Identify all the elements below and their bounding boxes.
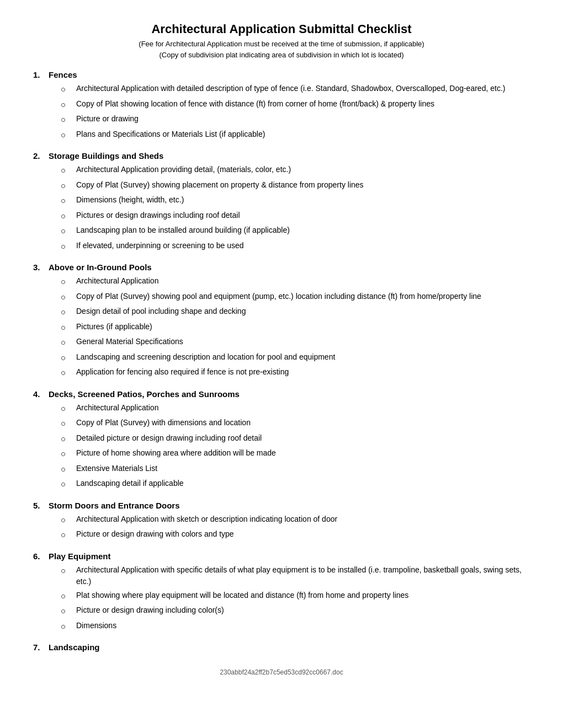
- section-3: 3.Above or In-Ground Pools○Architectural…: [33, 263, 530, 379]
- list-item-text: General Material Specifications: [76, 336, 530, 347]
- list-item: ○Application for fencing also required i…: [61, 366, 530, 379]
- list-item: ○Architectural Application with sketch o…: [61, 513, 530, 527]
- list-item-text: Picture of home showing area where addit…: [76, 447, 530, 459]
- list-item-text: Copy of Plat (Survey) with dimensions an…: [76, 417, 530, 429]
- list-item: ○Dimensions (height, width, etc.): [61, 194, 530, 207]
- section-5-header: 5.Storm Doors and Entrance Doors: [33, 501, 530, 510]
- section-6: 6.Play Equipment○Architectural Applicati…: [33, 552, 530, 633]
- bullet-icon: ○: [61, 448, 73, 461]
- section-4-header: 4.Decks, Screened Patios, Porches and Su…: [33, 389, 530, 399]
- section-3-title: Above or In-Ground Pools: [49, 263, 152, 272]
- list-item: ○Design detail of pool including shape a…: [61, 306, 530, 319]
- section-4-list: ○Architectural Application○Copy of Plat …: [33, 402, 530, 491]
- bullet-icon: ○: [61, 180, 73, 192]
- bullet-icon: ○: [61, 565, 73, 577]
- section-6-header: 6.Play Equipment: [33, 552, 530, 561]
- bullet-icon: ○: [61, 164, 73, 177]
- list-item-text: Copy of Plat (Survey) showing pool and e…: [76, 291, 530, 302]
- list-item-text: Landscaping plan to be installed around …: [76, 224, 530, 236]
- list-item: ○Architectural Application: [61, 275, 530, 288]
- list-item: ○Picture or design drawing with colors a…: [61, 528, 530, 542]
- section-5-list: ○Architectural Application with sketch o…: [33, 513, 530, 542]
- list-item: ○Architectural Application with specific…: [61, 564, 530, 587]
- list-item: ○Landscaping detail if applicable: [61, 478, 530, 491]
- list-item-text: Pictures (if applicable): [76, 321, 530, 333]
- list-item-text: Plat showing where play equipment will b…: [76, 590, 530, 601]
- bullet-icon: ○: [61, 336, 73, 349]
- section-3-header: 3.Above or In-Ground Pools: [33, 263, 530, 272]
- list-item: ○Plans and Specifications or Materials L…: [61, 129, 530, 142]
- list-item: ○Picture of home showing area where addi…: [61, 447, 530, 461]
- list-item: ○Pictures (if applicable): [61, 321, 530, 334]
- bullet-icon: ○: [61, 225, 73, 238]
- section-6-number: 6.: [33, 552, 49, 561]
- section-1: 1.Fences○Architectural Application with …: [33, 70, 530, 141]
- list-item-text: Detailed picture or design drawing inclu…: [76, 432, 530, 444]
- list-item: ○Copy of Plat (Survey) showing placement…: [61, 179, 530, 192]
- bullet-icon: ○: [61, 529, 73, 542]
- bullet-icon: ○: [61, 514, 73, 527]
- bullet-icon: ○: [61, 291, 73, 304]
- bullet-icon: ○: [61, 129, 73, 142]
- list-item: ○Copy of Plat showing location of fence …: [61, 98, 530, 111]
- list-item-text: Dimensions: [76, 620, 530, 631]
- section-7: 7.Landscaping: [33, 643, 530, 652]
- bullet-icon: ○: [61, 276, 73, 288]
- section-7-title: Landscaping: [49, 643, 100, 652]
- list-item: ○Extensive Materials List: [61, 463, 530, 476]
- bullet-icon: ○: [61, 306, 73, 319]
- list-item-text: If elevated, underpinning or screening t…: [76, 240, 530, 251]
- list-item: ○Copy of Plat (Survey) with dimensions a…: [61, 417, 530, 430]
- bullet-icon: ○: [61, 240, 73, 253]
- bullet-icon: ○: [61, 403, 73, 415]
- bullet-icon: ○: [61, 367, 73, 379]
- section-7-header: 7.Landscaping: [33, 643, 530, 652]
- list-item-text: Picture or drawing: [76, 113, 530, 125]
- list-item-text: Architectural Application with sketch or…: [76, 513, 530, 525]
- bullet-icon: ○: [61, 620, 73, 633]
- section-6-list: ○Architectural Application with specific…: [33, 564, 530, 633]
- list-item-text: Plans and Specifications or Materials Li…: [76, 129, 530, 140]
- section-2-header: 2.Storage Buildings and Sheds: [33, 151, 530, 160]
- section-6-title: Play Equipment: [49, 552, 111, 561]
- list-item: ○Landscaping plan to be installed around…: [61, 224, 530, 238]
- list-item-text: Design detail of pool including shape an…: [76, 306, 530, 317]
- list-item: ○General Material Specifications: [61, 336, 530, 349]
- section-2-list: ○Architectural Application providing det…: [33, 164, 530, 253]
- section-3-number: 3.: [33, 263, 49, 272]
- bullet-icon: ○: [61, 590, 73, 603]
- bullet-icon: ○: [61, 195, 73, 207]
- list-item: ○Plat showing where play equipment will …: [61, 590, 530, 603]
- bullet-icon: ○: [61, 463, 73, 476]
- bullet-icon: ○: [61, 352, 73, 365]
- list-item-text: Pictures or design drawings including ro…: [76, 210, 530, 221]
- list-item-text: Dimensions (height, width, etc.): [76, 194, 530, 206]
- list-item-text: Architectural Application providing deta…: [76, 164, 530, 175]
- bullet-icon: ○: [61, 99, 73, 111]
- bullet-icon: ○: [61, 478, 73, 491]
- list-item-text: Architectural Application with detailed …: [76, 83, 530, 94]
- list-item-text: Copy of Plat (Survey) showing placement …: [76, 179, 530, 191]
- bullet-icon: ○: [61, 83, 73, 96]
- list-item: ○Picture or drawing: [61, 113, 530, 126]
- list-item-text: Architectural Application: [76, 275, 530, 287]
- section-3-list: ○Architectural Application○Copy of Plat …: [33, 275, 530, 379]
- list-item: ○Landscaping and screening description a…: [61, 351, 530, 365]
- list-item-text: Application for fencing also required if…: [76, 366, 530, 378]
- list-item: ○Architectural Application providing det…: [61, 164, 530, 177]
- section-2: 2.Storage Buildings and Sheds○Architectu…: [33, 151, 530, 253]
- bullet-icon: ○: [61, 322, 73, 334]
- list-item: ○Dimensions: [61, 620, 530, 633]
- list-item: ○Picture or design drawing including col…: [61, 604, 530, 618]
- list-item: ○Copy of Plat (Survey) showing pool and …: [61, 291, 530, 304]
- subtitle-line2: (Copy of subdivision plat indicating are…: [33, 50, 530, 61]
- list-item: ○Detailed picture or design drawing incl…: [61, 432, 530, 446]
- bullet-icon: ○: [61, 417, 73, 430]
- section-1-number: 1.: [33, 70, 49, 79]
- list-item-text: Architectural Application with specific …: [76, 564, 530, 587]
- list-item-text: Copy of Plat showing location of fence w…: [76, 98, 530, 110]
- subtitle: (Fee for Architectural Application must …: [33, 39, 530, 60]
- section-7-number: 7.: [33, 643, 49, 652]
- section-2-number: 2.: [33, 151, 49, 160]
- section-4: 4.Decks, Screened Patios, Porches and Su…: [33, 389, 530, 491]
